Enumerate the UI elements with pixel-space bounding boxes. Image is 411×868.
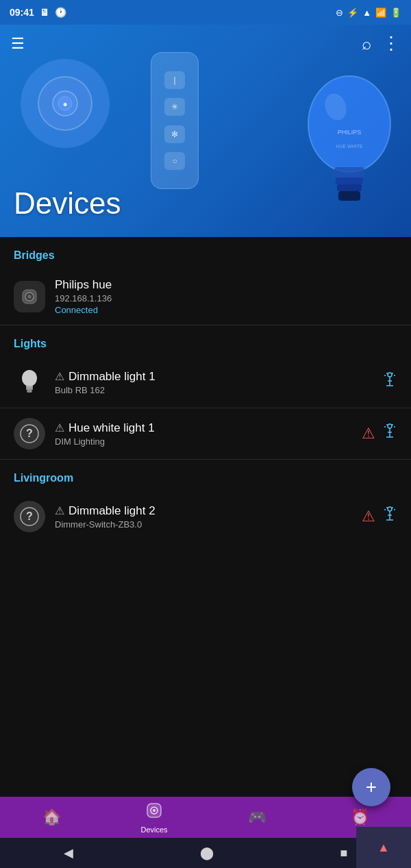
dimmable-2-text: ⚠ Dimmable light 2 Dimmer-Switch-ZB3.0 (55, 504, 356, 530)
android-corner: ▲ (356, 827, 411, 868)
svg-point-32 (386, 424, 388, 425)
svg-point-45 (394, 509, 395, 510)
light-1-actions (382, 372, 397, 393)
svg-text:PHILIPS: PHILIPS (338, 129, 362, 136)
page-title: Devices (0, 186, 411, 221)
svg-point-3 (308, 76, 390, 172)
fab-add-button[interactable]: + (352, 768, 390, 806)
wifi-icon: ▲ (362, 8, 371, 18)
svg-point-10 (321, 90, 350, 123)
svg-point-18 (388, 373, 392, 377)
more-options-icon[interactable]: ⋮ (382, 33, 400, 54)
svg-point-0 (53, 91, 77, 116)
svg-point-22 (386, 373, 388, 374)
svg-point-44 (384, 509, 386, 510)
warning-icon-hue-1: ⚠ (55, 421, 64, 434)
alarms-nav-icon: ⏰ (351, 808, 369, 826)
light-item-dimmable-1[interactable]: ⚠ Dimmable light 1 Bulb RB 162 (0, 357, 411, 408)
nav-item-devices[interactable]: Devices (103, 797, 206, 838)
minus-circle-icon: ⊖ (336, 8, 343, 18)
hue-white-1-actions: ⚠ (362, 423, 397, 445)
warning-icon-dimmable-2: ⚠ (55, 504, 64, 517)
livingroom-section-header: Livingroom (0, 460, 411, 491)
lights-section: Lights ⚠ Dimmable light 1 Bulb RB 162 (0, 325, 411, 459)
svg-point-25 (394, 375, 395, 376)
light-stand-icon-2[interactable] (382, 423, 397, 445)
android-home-button[interactable]: ⬤ (195, 840, 219, 866)
svg-point-23 (392, 373, 393, 374)
nav-item-home[interactable]: 🏠 (0, 804, 103, 830)
search-icon[interactable]: ⌕ (362, 34, 371, 53)
bridge-icon-wrap (14, 281, 45, 312)
flash-icon: ⚡ (347, 8, 358, 18)
svg-text:HUE WHITE: HUE WHITE (336, 144, 363, 149)
bridge-status: Connected (55, 305, 397, 315)
bridges-section-header: Bridges (0, 237, 411, 269)
svg-point-33 (392, 424, 393, 425)
hub-inner: ● (38, 76, 92, 131)
android-nav-bar: ◀ ⬤ ■ ▲ (0, 838, 411, 868)
hero-actions: ⌕ ⋮ (362, 33, 400, 54)
svg-rect-16 (26, 388, 33, 390)
remote-btn-4: ○ (164, 152, 185, 170)
devices-nav-label: Devices (140, 826, 167, 834)
alert-icon-dimmable-2: ⚠ (362, 508, 375, 525)
alert-icon-hue-1: ⚠ (362, 425, 375, 443)
dimmable-2-actions: ⚠ (362, 506, 397, 528)
bridge-item-text: Philips hue 192.168.1.136 Connected (55, 278, 397, 315)
hue-white-1-text: ⚠ Hue white light 1 DIM Lighting (55, 421, 356, 447)
svg-text:●: ● (62, 99, 67, 109)
svg-rect-15 (26, 386, 33, 388)
light-1-name: Dimmable light 1 (68, 370, 155, 384)
svg-rect-4 (334, 167, 364, 177)
svg-point-42 (386, 507, 388, 508)
svg-text:?: ? (26, 510, 33, 522)
svg-point-13 (27, 295, 32, 299)
menu-icon[interactable]: ☰ (11, 35, 25, 53)
svg-text:?: ? (26, 427, 33, 439)
light-1-sub: Bulb RB 162 (55, 385, 377, 395)
svg-point-43 (392, 507, 393, 508)
content-area: Bridges Philips hue 192.168.1.136 Connec… (0, 237, 411, 597)
bridge-name: Philips hue (55, 278, 397, 292)
android-recent-button[interactable]: ■ (335, 841, 353, 866)
light-item-dimmable-2[interactable]: ? ⚠ Dimmable light 2 Dimmer-Switch-ZB3.0… (0, 491, 411, 542)
signal-icon: 📶 (375, 8, 386, 18)
remote-device-illustration: | ✳ ✻ ○ (151, 52, 199, 189)
svg-point-24 (384, 375, 386, 376)
hub-device-illustration: ● (21, 59, 110, 148)
clock-icon: 🕐 (55, 7, 66, 18)
nav-item-games[interactable]: 🎮 (206, 804, 308, 830)
svg-rect-17 (27, 390, 32, 393)
svg-point-28 (388, 424, 392, 428)
hero-header: ● | ✳ ✻ ○ PHILIPS HUE WHITE (0, 25, 411, 237)
games-nav-icon: 🎮 (248, 808, 266, 826)
battery-icon: 🔋 (390, 8, 401, 18)
light-stand-icon-3[interactable] (382, 506, 397, 528)
status-time: 09:41 (10, 7, 34, 18)
bridge-ip: 192.168.1.136 (55, 293, 397, 303)
dimmable-2-name: Dimmable light 2 (68, 504, 155, 518)
svg-point-48 (153, 809, 155, 812)
hue-white-1-name: Hue white light 1 (68, 421, 155, 435)
home-nav-icon: 🏠 (42, 808, 61, 826)
android-back-button[interactable]: ◀ (58, 840, 79, 866)
status-left: 09:41 🖥 🕐 (10, 7, 66, 18)
hue-white-1-sub: DIM Lighting (55, 436, 356, 447)
hero-toolbar: ☰ ⌕ ⋮ (0, 25, 411, 62)
question-icon-wrap: ? (14, 418, 45, 449)
bottom-nav: 🏠 Devices 🎮 ⏰ (0, 797, 411, 838)
chevron-up-icon[interactable]: ▲ (377, 841, 390, 855)
bridges-section: Bridges Philips hue 192.168.1.136 Connec… (0, 237, 411, 325)
svg-point-34 (384, 426, 386, 427)
light-stand-icon-1[interactable] (382, 372, 397, 393)
status-bar: 09:41 🖥 🕐 ⊖ ⚡ ▲ 📶 🔋 (0, 0, 411, 25)
warning-icon-light-1: ⚠ (55, 370, 64, 383)
light-item-hue-white-1[interactable]: ? ⚠ Hue white light 1 DIM Lighting ⚠ (0, 408, 411, 459)
light-bulb-icon-wrap (14, 367, 45, 398)
devices-nav-icon (145, 801, 164, 823)
bridge-item-philips-hue[interactable]: Philips hue 192.168.1.136 Connected (0, 269, 411, 325)
remote-btn-1: | (164, 71, 185, 89)
svg-point-14 (22, 370, 37, 386)
svg-point-35 (394, 426, 395, 427)
